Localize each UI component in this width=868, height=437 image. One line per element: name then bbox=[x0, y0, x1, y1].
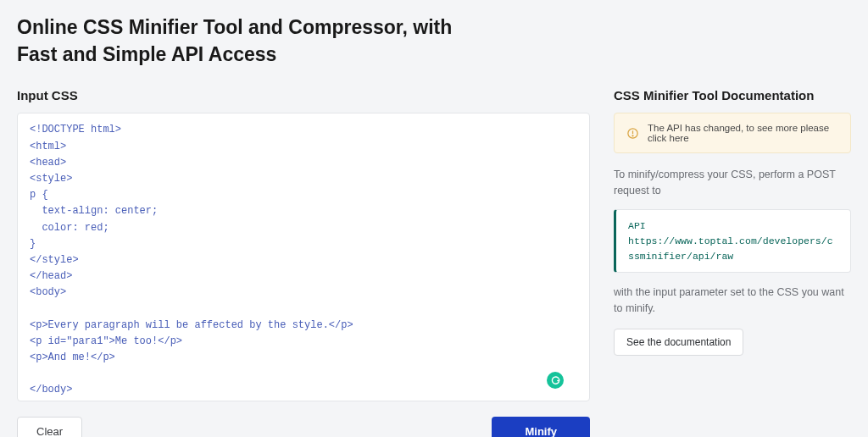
api-label: API bbox=[628, 218, 838, 234]
docs-intro-text: To minify/compress your CSS, perform a P… bbox=[614, 167, 851, 199]
see-documentation-button[interactable]: See the documentation bbox=[614, 329, 743, 356]
css-input-textarea[interactable] bbox=[18, 113, 589, 397]
input-heading: Input CSS bbox=[17, 88, 590, 102]
warning-icon bbox=[626, 127, 639, 140]
page-title: Online CSS Minifier Tool and Compressor,… bbox=[17, 14, 492, 68]
minify-button[interactable]: Minify bbox=[492, 417, 590, 437]
main-layout: Input CSS Clear Minify CSS Minifier Tool… bbox=[17, 88, 851, 437]
alert-text: The API has changed, to see more please … bbox=[648, 123, 838, 143]
docs-followup-text: with the input parameter set to the CSS … bbox=[614, 285, 851, 317]
api-url: https://www.toptal.com/developers/cssmin… bbox=[628, 234, 838, 264]
api-endpoint-block: API https://www.toptal.com/developers/cs… bbox=[614, 209, 851, 273]
api-change-alert[interactable]: The API has changed, to see more please … bbox=[614, 113, 851, 153]
svg-point-2 bbox=[632, 136, 633, 136]
input-column: Input CSS Clear Minify bbox=[17, 88, 590, 437]
clear-button[interactable]: Clear bbox=[17, 417, 82, 437]
docs-heading: CSS Minifier Tool Documentation bbox=[614, 88, 851, 102]
documentation-column: CSS Minifier Tool Documentation The API … bbox=[614, 88, 851, 355]
button-row: Clear Minify bbox=[17, 417, 590, 437]
textarea-container bbox=[17, 113, 590, 401]
